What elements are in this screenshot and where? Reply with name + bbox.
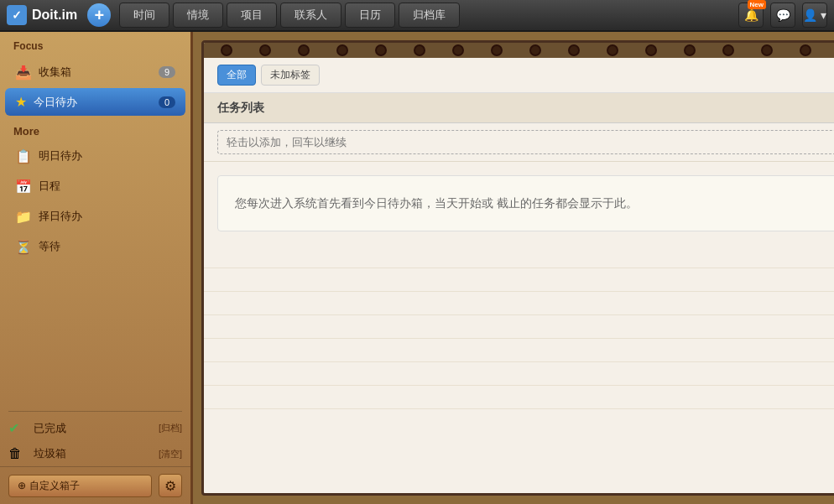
task-header: 任务列表 分类查看： 按默认 ▾ [204,93,834,123]
spiral-hole [414,44,425,56]
sidebar-item-trash[interactable]: 🗑 垃圾箱 [清空] [0,441,190,466]
add-task-area [204,123,834,162]
ruled-line [204,268,834,292]
sidebar: Focus 📥 收集箱 9 ★ 今日待办 0 More 📋 明日待办 📅 日程 … [0,32,193,504]
main-layout: Focus 📥 收集箱 9 ★ 今日待办 0 More 📋 明日待办 📅 日程 … [0,32,834,504]
spiral-hole [645,44,657,56]
notebook-header: 全部 未加标签 2011-05-03 14:02:55 [204,58,834,93]
app-name: Doit.im [32,8,77,23]
filter-all[interactable]: 全部 [217,65,256,86]
inbox-label: 收集箱 [39,65,159,80]
done-action: [归档] [159,422,182,434]
sidebar-item-someday[interactable]: 📁 择日待办 [5,202,185,231]
spiral-hole [259,44,271,56]
ruled-line [204,245,834,268]
nav-tab-archive[interactable]: 归档库 [399,3,460,28]
ruled-line [204,362,834,386]
sidebar-item-today[interactable]: ★ 今日待办 0 [5,88,185,116]
empty-state-message: 您每次进入系统首先看到今日待办箱，当天开始或 截止的任务都会显示于此。 [217,175,834,231]
app-logo: ✓ Doit.im [7,5,77,25]
sidebar-item-done[interactable]: ✔ 已完成 [归档] [0,415,190,441]
schedule-label: 日程 [39,179,175,194]
spiral-hole [529,44,541,56]
new-badge: New [748,0,766,9]
tomorrow-label: 明日待办 [39,148,175,164]
inbox-badge: 9 [159,66,175,78]
nav-tabs: 时间 情境 项目 联系人 日历 归档库 [119,3,738,28]
spiral-hole [336,44,348,56]
task-list-label: 任务列表 [217,101,264,116]
spiral-hole [452,44,464,56]
done-label: 已完成 [34,421,159,436]
filter-unlabeled[interactable]: 未加标签 [261,65,320,86]
sidebar-item-inbox[interactable]: 📥 收集箱 9 [5,58,185,86]
filter-tabs: 全部 未加标签 [217,65,320,86]
spiral-hole [607,44,618,56]
ruled-line [204,292,834,315]
spiral-binding [204,43,834,58]
custom-box-label: 自定义箱子 [29,479,80,493]
add-button[interactable]: + [87,3,111,27]
sidebar-item-schedule[interactable]: 📅 日程 [5,172,185,200]
spiral-hole [800,44,811,56]
someday-icon: 📁 [15,208,32,225]
nav-tab-calendar[interactable]: 日历 [345,3,395,28]
sidebar-item-tomorrow[interactable]: 📋 明日待办 [5,142,185,170]
spiral-hole [491,44,503,56]
waiting-icon: ⏳ [15,238,32,255]
today-badge: 0 [159,96,175,108]
notebook: 全部 未加标签 2011-05-03 14:02:55 任务列表 分类查看： 按… [201,40,834,496]
someday-label: 择日待办 [39,209,175,224]
spiral-hole [568,44,580,56]
plus-icon: ⊕ [18,480,26,491]
notebook-inner: 全部 未加标签 2011-05-03 14:02:55 任务列表 分类查看： 按… [204,58,834,493]
ruled-line [204,386,834,409]
logo-icon: ✓ [7,5,27,25]
tomorrow-icon: 📋 [15,148,32,164]
trash-icon: 🗑 [8,446,27,461]
schedule-icon: 📅 [15,178,32,195]
empty-state-text: 您每次进入系统首先看到今日待办箱，当天开始或 截止的任务都会显示于此。 [235,196,638,210]
more-label: More [0,117,190,141]
spiral-hole [722,44,734,56]
nav-icons: 🔔 New 💬 👤 ▾ [738,3,827,28]
add-task-input[interactable] [217,130,834,154]
spiral-hole [761,44,773,56]
nav-tab-time[interactable]: 时间 [119,3,169,28]
sidebar-item-waiting[interactable]: ⏳ 等待 [5,232,185,261]
star-icon: ★ [15,94,27,110]
sidebar-divider [8,411,182,412]
ruled-lines [204,245,834,493]
spiral-hole [221,44,232,56]
main-content: 全部 未加标签 2011-05-03 14:02:55 任务列表 分类查看： 按… [193,32,834,504]
focus-label: Focus [0,32,190,57]
gear-icon: ⚙ [164,478,176,494]
nav-tab-contact[interactable]: 联系人 [280,3,341,28]
nav-tab-context[interactable]: 情境 [173,3,223,28]
done-icon: ✔ [8,420,27,436]
spiral-hole [684,44,696,56]
spiral-hole [298,44,310,56]
notification-button[interactable]: 🔔 New [738,3,764,28]
trash-action: [清空] [159,448,182,460]
today-label: 今日待办 [34,95,159,110]
top-nav-bar: ✓ Doit.im + 时间 情境 项目 联系人 日历 归档库 🔔 New 💬 … [0,0,834,32]
inbox-icon: 📥 [15,64,32,81]
ruled-line [204,315,834,339]
trash-label: 垃圾箱 [34,446,159,461]
sidebar-footer: ⊕ 自定义箱子 ⚙ [0,466,190,504]
ruled-line [204,339,834,362]
spiral-hole [375,44,387,56]
nav-tab-project[interactable]: 项目 [227,3,277,28]
messages-button[interactable]: 💬 [770,3,795,28]
settings-button[interactable]: ⚙ [159,474,182,497]
notebook-body: 🐱 [204,245,834,493]
user-button[interactable]: 👤 ▾ [802,3,827,28]
custom-box-button[interactable]: ⊕ 自定义箱子 [8,475,152,497]
waiting-label: 等待 [39,239,175,254]
